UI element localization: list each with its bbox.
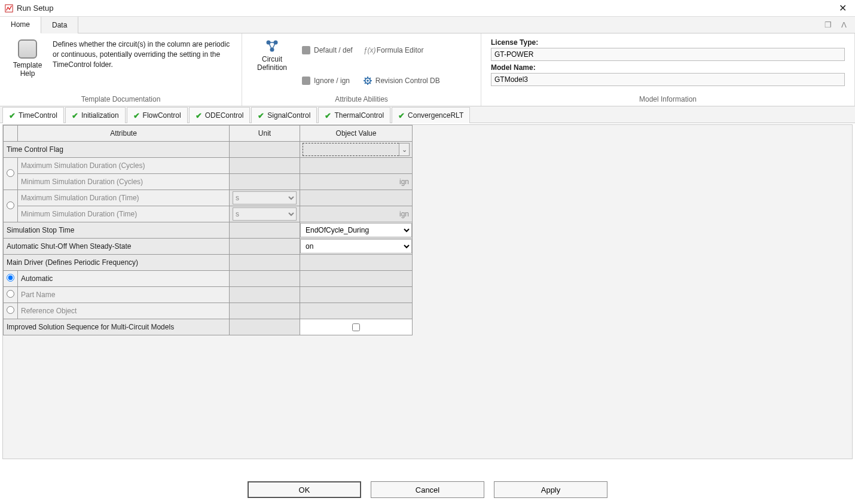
label-min-time: Minimum Simulation Duration (Time): [18, 206, 230, 222]
content-area: Attribute Unit Object Value Time Control…: [2, 124, 853, 459]
table-header-row: Attribute Unit Object Value: [4, 126, 413, 142]
default-def-button[interactable]: Default / def: [302, 41, 353, 60]
row-main-driver: Main Driver (Defines Periodic Frequency): [4, 255, 413, 271]
main-tabs: Home Data ❐ ᐱ: [0, 17, 855, 33]
check-icon: ✔: [398, 111, 405, 120]
checkbox-improved-solution[interactable]: [352, 323, 360, 331]
subtab-signalcontrol[interactable]: ✔SignalControl: [251, 107, 317, 123]
ribbon-footer-template-doc: Template Documentation: [6, 94, 236, 105]
row-min-time: Minimum Simulation Duration (Time) s: [4, 206, 413, 222]
row-part-name: Part Name: [4, 287, 413, 303]
check-icon: ✔: [72, 111, 78, 120]
label-improved-solution: Improved Solution Sequence for Multi-Cir…: [4, 319, 230, 335]
row-time-control-flag: Time Control Flag ⌄: [4, 142, 413, 158]
row-automatic: Automatic: [4, 271, 413, 287]
svg-line-10: [365, 78, 366, 79]
input-max-time[interactable]: [300, 192, 412, 204]
row-max-time: Maximum Simulation Duration (Time) s: [4, 190, 413, 206]
row-auto-shutoff: Automatic Shut-Off When Steady-State on: [4, 239, 413, 255]
sub-tabs: ✔TimeControl ✔Initialization ✔FlowContro…: [0, 106, 855, 123]
time-control-flag-select[interactable]: ⌄: [303, 143, 410, 156]
ok-button[interactable]: OK: [248, 481, 361, 498]
circuit-definition-icon: [264, 39, 280, 53]
header-unit: Unit: [230, 126, 300, 142]
ignore-ign-button[interactable]: Ignore / ign: [302, 71, 353, 91]
check-icon: ✔: [9, 111, 16, 120]
check-icon: ✔: [325, 111, 331, 120]
formula-editor-button[interactable]: ƒ(x)Formula Editor: [364, 41, 440, 60]
label-max-cycles: Maximum Simulation Duration (Cycles): [18, 158, 230, 174]
unit-min-time[interactable]: s: [233, 207, 297, 221]
subtab-convergencerlt[interactable]: ✔ConvergenceRLT: [392, 107, 470, 123]
select-sim-stop-time[interactable]: EndOfCycle_During: [300, 223, 412, 237]
tab-home[interactable]: Home: [0, 17, 41, 33]
license-type-label: License Type:: [491, 38, 845, 47]
label-main-driver: Main Driver (Defines Periodic Frequency): [4, 255, 230, 271]
unit-max-time[interactable]: s: [233, 191, 297, 204]
row-max-cycles: Maximum Simulation Duration (Cycles): [4, 158, 413, 174]
radio-part-name[interactable]: [7, 290, 14, 298]
check-icon: ✔: [133, 111, 140, 120]
template-description: Defines whether the circuit(s) in the co…: [49, 37, 236, 94]
radio-ref-object[interactable]: [7, 306, 14, 314]
chevron-down-icon: ⌄: [399, 143, 410, 156]
collapse-ribbon-icon[interactable]: ᐱ: [841, 20, 847, 29]
ribbon-footer-model-info: Model Information: [487, 94, 848, 105]
input-min-cycles[interactable]: [300, 176, 412, 188]
svg-line-12: [365, 83, 366, 84]
header-object-value: Object Value: [300, 126, 413, 142]
ribbon-group-model-info: License Type: Model Name: Model Informat…: [481, 33, 855, 106]
default-icon: [302, 46, 310, 54]
label-min-cycles: Minimum Simulation Duration (Cycles): [18, 174, 230, 190]
label-part-name: Part Name: [18, 287, 230, 303]
svg-line-13: [370, 78, 371, 79]
revision-control-button[interactable]: Revision Control DB: [364, 71, 440, 91]
license-type-field[interactable]: [491, 48, 845, 61]
label-auto-shutoff: Automatic Shut-Off When Steady-State: [4, 239, 230, 255]
window-title: Run Setup: [17, 4, 835, 13]
ribbon: Template Help Defines whether the circui…: [0, 33, 855, 106]
app-icon: [5, 4, 13, 13]
subtab-odecontrol[interactable]: ✔ODEControl: [189, 107, 251, 123]
label-automatic: Automatic: [18, 271, 230, 287]
row-min-cycles: Minimum Simulation Duration (Cycles): [4, 174, 413, 190]
radio-time[interactable]: [7, 201, 14, 209]
header-attribute: Attribute: [18, 126, 230, 142]
footer-buttons: OK Cancel Apply: [0, 478, 855, 502]
row-ref-object: Reference Object: [4, 303, 413, 319]
circuit-definition-button[interactable]: Circuit Definition: [248, 37, 296, 94]
ribbon-footer-attr-abilities: Attribute Abilities: [248, 94, 475, 105]
subtab-timecontrol[interactable]: ✔TimeControl: [2, 107, 64, 123]
subtab-initialization[interactable]: ✔Initialization: [65, 107, 126, 123]
svg-point-5: [367, 80, 369, 82]
apply-button[interactable]: Apply: [494, 481, 607, 498]
check-icon: ✔: [258, 111, 264, 120]
restore-icon[interactable]: ❐: [825, 20, 832, 29]
attributes-table: Attribute Unit Object Value Time Control…: [3, 125, 413, 335]
cancel-button[interactable]: Cancel: [371, 481, 484, 498]
subtab-thermalcontrol[interactable]: ✔ThermalControl: [318, 107, 390, 123]
row-sim-stop-time: Simulation Stop Time EndOfCycle_During: [4, 222, 413, 239]
model-name-field[interactable]: [491, 73, 845, 86]
check-icon: ✔: [196, 111, 202, 120]
tab-data[interactable]: Data: [41, 17, 78, 33]
input-max-cycles[interactable]: [300, 160, 412, 172]
template-help-button[interactable]: Template Help: [6, 37, 49, 94]
input-min-time[interactable]: [300, 208, 412, 220]
gear-icon: [364, 77, 372, 85]
ribbon-group-template-documentation: Template Help Defines whether the circui…: [0, 33, 242, 106]
model-name-label: Model Name:: [491, 63, 845, 72]
subtab-flowcontrol[interactable]: ✔FlowControl: [127, 107, 188, 123]
label-time-control-flag: Time Control Flag: [4, 142, 230, 158]
radio-cycles[interactable]: [7, 169, 14, 177]
row-improved-solution: Improved Solution Sequence for Multi-Cir…: [4, 319, 413, 335]
label-sim-stop-time: Simulation Stop Time: [4, 222, 230, 239]
close-button[interactable]: ✕: [835, 1, 850, 15]
label-max-time: Maximum Simulation Duration (Time): [18, 190, 230, 206]
titlebar: Run Setup ✕: [0, 0, 855, 17]
formula-icon: ƒ(x): [364, 46, 373, 54]
template-help-icon: [18, 39, 37, 59]
select-auto-shutoff[interactable]: on: [300, 239, 412, 253]
ribbon-group-attribute-abilities: Circuit Definition Default / def ƒ(x)For…: [242, 33, 481, 106]
radio-automatic[interactable]: [7, 274, 14, 282]
